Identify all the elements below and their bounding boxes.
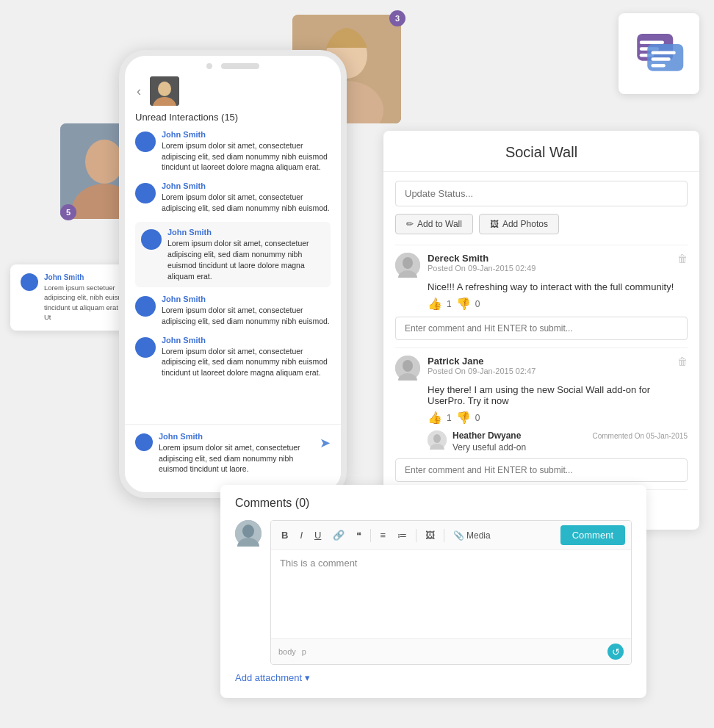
phone-dot (206, 63, 212, 69)
sw-post-avatar (395, 253, 420, 278)
sw-post-1: Dereck Smith Posted On 09-Jan-2015 02:49… (395, 245, 688, 347)
sw-post-text: Nice!!! A refreshing way to interact wit… (428, 281, 688, 292)
comments-title: Comments (0) (235, 497, 632, 510)
bottom-chat-name: John Smith (159, 432, 314, 441)
link-button[interactable]: 🔗 (328, 527, 349, 543)
sw-comment-date: Commented On 05-Jan-2015 (592, 432, 688, 440)
unread-label: Unread Interactions (15) (135, 112, 331, 123)
chat-avatar (135, 183, 156, 203)
add-attachment-button[interactable]: Add attachment ▾ (235, 672, 632, 683)
chat-name: John Smith (162, 181, 331, 190)
like-count[interactable]: 1 (447, 413, 452, 423)
svg-point-12 (85, 140, 123, 184)
editor-content[interactable]: This is a comment (271, 550, 631, 638)
unordered-list-button[interactable]: ≡ (375, 527, 390, 543)
bold-button[interactable]: B (277, 527, 292, 543)
update-status-input[interactable] (395, 181, 688, 206)
underline-button[interactable]: U (310, 527, 325, 543)
pencil-icon: ✏ (406, 219, 414, 229)
footer-tag-body: body (278, 647, 296, 656)
like-count[interactable]: 1 (447, 299, 452, 309)
sw-comment-header: Heather Dwyane Commented On 05-Jan-2015 (452, 430, 688, 441)
sw-buttons: ✏ Add to Wall 🖼 Add Photos (395, 214, 688, 234)
chat-icon (633, 28, 685, 79)
editor-box: B I U 🔗 ❝ ≡ ≔ 🖼 📎 Media Comment This is … (270, 520, 632, 665)
svg-rect-7 (652, 64, 666, 67)
chat-bubble: John Smith Lorem ipsum dolor sit amet, c… (162, 336, 331, 378)
italic-button[interactable]: I (295, 527, 307, 543)
dislike-count[interactable]: 0 (475, 299, 480, 309)
svg-point-21 (403, 360, 413, 372)
left-chat-avatar (21, 273, 38, 291)
ordered-list-button[interactable]: ≔ (393, 527, 411, 543)
sw-post-header: Dereck Smith Posted On 09-Jan-2015 02:49… (395, 253, 688, 278)
sw-post-info: Dereck Smith Posted On 09-Jan-2015 02:49 (428, 253, 670, 273)
editor-toolbar: B I U 🔗 ❝ ≡ ≔ 🖼 📎 Media Comment (271, 521, 631, 550)
chat-bubble: John Smith Lorem ipsum dolor sit amet, c… (162, 181, 331, 213)
comment-input-1[interactable] (395, 317, 688, 340)
chat-name: John Smith (162, 130, 331, 139)
sw-post-info: Patrick Jane Posted On 09-Jan-2015 02:47 (428, 356, 670, 375)
sw-post-actions: 👍 1 👎 0 (428, 411, 688, 425)
image-button[interactable]: 🖼 (421, 527, 439, 543)
add-photos-button[interactable]: 🖼 Add Photos (479, 214, 559, 234)
delete-post-icon[interactable]: 🗑 (677, 253, 688, 264)
thumbs-up-icon: 👍 (428, 411, 442, 425)
thumbs-down-icon: 👎 (456, 297, 471, 311)
female-profile-badge: 3 (389, 10, 405, 26)
social-wall-body: ✏ Add to Wall 🖼 Add Photos Dereck Smith … (383, 172, 699, 522)
delete-post-icon[interactable]: 🗑 (677, 356, 688, 367)
chat-name: John Smith (167, 228, 325, 237)
svg-rect-1 (640, 41, 664, 44)
quote-button[interactable]: ❝ (352, 527, 366, 543)
phone-speaker-bar (221, 63, 259, 69)
phone-bottom-message: John Smith Lorem ipsum dolor sit amet, c… (125, 424, 341, 482)
dislike-count[interactable]: 0 (475, 413, 480, 423)
sw-post-text: Hey there! I am using the new Social Wal… (428, 384, 688, 406)
chat-avatar (135, 131, 156, 152)
chat-message: John Smith Lorem ipsum dolor sit amet, c… (135, 130, 331, 173)
chat-text: Lorem ipsum dolor sit amet, consectetuer… (162, 192, 331, 213)
chat-message: John Smith Lorem ipsum dolor sit amet, c… (141, 228, 325, 281)
sw-comment-body: Heather Dwyane Commented On 05-Jan-2015 … (452, 430, 688, 453)
editor-footer-right: ↺ (607, 644, 624, 660)
phone-avatar (150, 76, 179, 106)
refresh-icon[interactable]: ↺ (607, 644, 624, 660)
thumbs-down-icon: 👎 (456, 411, 471, 425)
social-wall: Social Wall ✏ Add to Wall 🖼 Add Photos D… (383, 131, 699, 530)
chat-avatar (135, 337, 156, 358)
comments-section: Comments (0) B I U 🔗 ❝ ≡ ≔ 🖼 📎 Media (220, 485, 646, 698)
chat-bubble: John Smith Lorem ipsum dolor sit amet, c… (167, 228, 325, 281)
chat-message: John Smith Lorem ipsum dolor sit amet, c… (135, 295, 331, 326)
sw-comment-avatar (428, 430, 447, 450)
svg-point-18 (403, 257, 413, 269)
chat-message: John Smith Lorem ipsum dolor sit amet, c… (135, 181, 331, 213)
toolbar-separator (416, 529, 416, 542)
chat-message: John Smith Lorem ipsum dolor sit amet, c… (135, 336, 331, 378)
svg-point-24 (433, 434, 441, 443)
comment-submit-button[interactable]: Comment (560, 525, 625, 545)
phone-container: ‹ Unread Interactions (15) John Smith Lo… (119, 50, 347, 498)
sw-comment-name: Heather Dwyane (452, 430, 521, 441)
chat-text: Lorem ipsum dolor sit amet, consectetuer… (162, 140, 331, 173)
svg-rect-6 (652, 57, 671, 60)
phone-back-button[interactable]: ‹ (137, 84, 141, 99)
chat-avatar (141, 229, 162, 250)
photo-icon: 🖼 (490, 219, 499, 229)
toolbar-separator (370, 529, 371, 542)
male-profile-badge: 5 (60, 204, 76, 220)
comments-editor: B I U 🔗 ❝ ≡ ≔ 🖼 📎 Media Comment This is … (235, 520, 632, 665)
phone-header: ‹ (125, 73, 341, 112)
phone-content: Unread Interactions (15) John Smith Lore… (125, 112, 341, 387)
sw-post-header: Patrick Jane Posted On 09-Jan-2015 02:47… (395, 356, 688, 381)
sw-post-avatar (395, 356, 420, 381)
send-icon[interactable]: ➤ (320, 435, 331, 451)
chat-name: John Smith (162, 295, 331, 303)
media-button[interactable]: 📎 Media (449, 528, 495, 543)
chevron-down-icon: ▾ (305, 672, 310, 683)
comment-input-2[interactable] (395, 458, 688, 482)
chat-avatar (135, 433, 153, 451)
svg-rect-5 (652, 51, 676, 54)
sw-post-2: Patrick Jane Posted On 09-Jan-2015 02:47… (395, 347, 688, 489)
add-to-wall-button[interactable]: ✏ Add to Wall (395, 214, 473, 234)
